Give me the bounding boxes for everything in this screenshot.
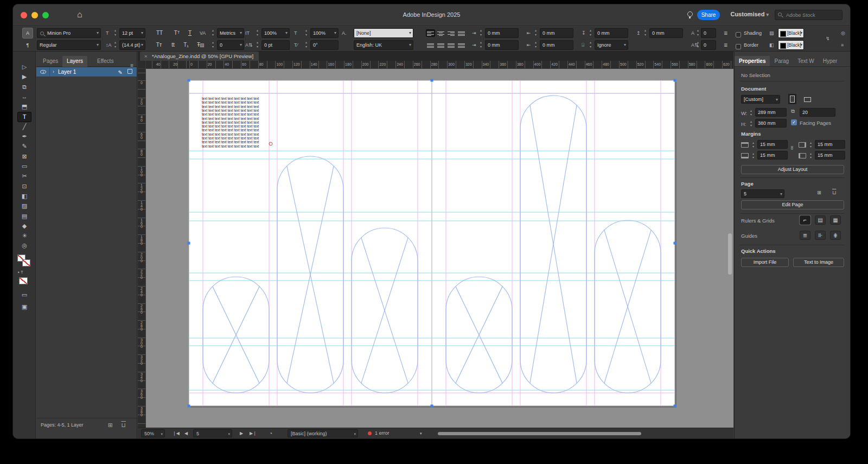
gap-tool[interactable]: ↔ (18, 92, 31, 101)
tab-hyperlinks[interactable]: Hyper (819, 56, 842, 67)
text-to-image-button[interactable]: Text to Image (793, 258, 844, 267)
justify-left-button[interactable] (426, 42, 435, 48)
margin-top-stepper[interactable]: ▴▾ (751, 141, 756, 149)
vertical-scrollbar[interactable] (728, 233, 732, 275)
margin-left-stepper[interactable]: ▴▾ (808, 152, 813, 160)
align-left-button[interactable] (426, 30, 435, 36)
width-stepper[interactable]: ▴▾ (749, 109, 754, 117)
apply-none-swatch[interactable] (19, 277, 28, 284)
error-count[interactable]: 1 error (375, 429, 390, 437)
landscape-orientation-button[interactable] (804, 97, 811, 102)
align-right-button[interactable] (447, 30, 455, 36)
small-caps-button[interactable]: Tᴛ (154, 40, 164, 50)
align-to-grid-select[interactable]: Ignore▾ (595, 40, 628, 50)
character-style-select[interactable]: [None]▾ (354, 28, 413, 38)
preflight-profile-select[interactable]: [Basic] (working)▾ (288, 429, 358, 437)
content-collector-tool[interactable]: ⬒ (18, 102, 31, 111)
height-field[interactable]: 380 mm (755, 119, 787, 128)
last-page-button[interactable]: ▶❘ (250, 429, 257, 437)
space-after-field[interactable]: 0 mm (649, 28, 683, 38)
height-stepper[interactable]: ▴▾ (749, 120, 754, 128)
justify-right-button[interactable] (447, 42, 455, 48)
direct-selection-tool[interactable]: ▶ (18, 72, 31, 81)
delete-layer-icon[interactable]: ⊔ (121, 418, 126, 431)
language-select[interactable]: English: UK▾ (354, 40, 413, 50)
first-line-indent-field[interactable]: 0 mm (485, 40, 519, 50)
align-center-button[interactable] (437, 30, 445, 36)
type-tool[interactable]: T (18, 112, 31, 122)
close-tab-icon[interactable]: × (144, 52, 148, 61)
selection-tool[interactable]: ▷ (18, 62, 31, 72)
align-justify-button[interactable] (457, 30, 465, 36)
vertical-ruler[interactable]: 0204060801001201401601802002202402602803… (138, 69, 146, 428)
tab-layers[interactable]: Layers (62, 56, 87, 67)
document-grid-icon[interactable]: ▦ (830, 215, 841, 225)
pasteboard-canvas[interactable]: text text text text text text text text … (146, 69, 733, 428)
width-field[interactable]: 289 mm (755, 108, 787, 117)
shading-checkbox[interactable]: Shading (736, 28, 762, 38)
pages-count-field[interactable]: 20 (800, 108, 835, 117)
lock-guides-icon[interactable]: ⊪ (815, 231, 826, 240)
horizontal-ruler[interactable]: 4020020406080100120140160180200220240260… (146, 61, 733, 69)
first-page-button[interactable]: ❘◀ (173, 429, 180, 437)
ruler-corner[interactable] (138, 61, 146, 69)
right-indent-field[interactable]: 0 mm (540, 28, 573, 38)
first-line-indent-stepper[interactable]: ▴▾ (478, 40, 483, 50)
lightbulb-icon[interactable] (687, 11, 693, 17)
margin-right-stepper[interactable]: ▴▾ (808, 141, 813, 149)
layer-name[interactable]: Layer 1 (58, 67, 76, 77)
font-size-stepper[interactable]: ▴▾ (113, 28, 118, 38)
workspace-switcher[interactable]: Customised ▾ (730, 11, 769, 17)
delete-page-icon[interactable]: ⊔ (832, 189, 836, 195)
horizontal-scale-select[interactable]: 100%▾ (310, 28, 339, 38)
note-tool[interactable]: ▤ (18, 212, 31, 221)
zoom-level-select[interactable]: 50%▾ (141, 429, 165, 437)
import-file-button[interactable]: Import File (741, 258, 789, 267)
ordinal-button[interactable]: T₁ (182, 40, 190, 50)
vertical-scale-stepper[interactable]: ▴▾ (255, 28, 260, 38)
adobe-stock-search-input[interactable]: Adobe Stock (775, 10, 843, 20)
drop-cap-lines-field[interactable]: 0 (701, 28, 716, 38)
margin-right-field[interactable]: 15 mm (815, 140, 845, 149)
hand-tool[interactable]: ✳ (18, 231, 31, 240)
share-button[interactable]: Share (697, 10, 720, 20)
skew-stepper[interactable]: ▴▾ (304, 40, 309, 50)
show-guides-icon[interactable]: ≣ (800, 231, 810, 240)
visibility-eye-icon[interactable] (40, 70, 46, 74)
shading-color-swatch[interactable]: [Black]▾ (778, 28, 804, 38)
preflight-icon[interactable]: ◔ (269, 429, 272, 437)
border-color-swatch[interactable]: [Black]▾ (778, 40, 804, 50)
edit-page-button[interactable]: Edit Page (741, 200, 844, 209)
tab-pages[interactable]: Pages (39, 56, 62, 67)
margin-top-field[interactable]: 15 mm (757, 140, 788, 149)
justify-all-button[interactable] (457, 42, 465, 48)
drop-cap-stepper[interactable]: ▴▾ (695, 28, 700, 38)
tab-effects[interactable]: Effects (93, 56, 118, 67)
zoom-tool[interactable]: ◎ (18, 241, 31, 250)
superscript-button[interactable]: Tᵀ (173, 28, 181, 38)
frame-tool[interactable]: ⊠ (18, 152, 31, 161)
skew-field[interactable]: 0° (310, 40, 339, 50)
next-page-button[interactable]: ▶ (240, 429, 243, 437)
space-before-field[interactable]: 0 mm (595, 28, 628, 38)
margin-bottom-stepper[interactable]: ▴▾ (751, 152, 756, 160)
left-indent-stepper[interactable]: ▴▾ (478, 28, 483, 38)
scissors-tool[interactable]: ✂ (18, 171, 31, 181)
baseline-grid-icon[interactable]: ▤ (815, 215, 826, 225)
document-preset-select[interactable]: [Custom]▾ (741, 95, 780, 104)
pencil-tool[interactable]: ✎ (18, 142, 31, 151)
underline-button[interactable]: T (186, 28, 194, 38)
kerning-stepper[interactable]: ▴▾ (210, 28, 215, 38)
vertical-scale-select[interactable]: 100%▾ (261, 28, 290, 38)
numbered-list-stepper[interactable]: ▴▾ (695, 40, 700, 50)
facing-pages-checkbox[interactable]: ✓ (791, 119, 797, 125)
layer-row[interactable]: › Layer 1 ✎ (36, 67, 137, 77)
fill-stroke-swatches[interactable] (17, 255, 31, 268)
numbered-list-field[interactable]: 0 (701, 40, 716, 50)
current-page-select[interactable]: 5▾ (741, 189, 784, 198)
chevron-down-icon[interactable]: ▾ (420, 429, 422, 437)
leading-stepper[interactable]: ▴▾ (113, 40, 118, 50)
tracking-stepper[interactable]: ▴▾ (210, 40, 215, 50)
all-caps-button[interactable]: TT (154, 28, 165, 38)
tab-paragraph[interactable]: Parag (770, 56, 793, 67)
